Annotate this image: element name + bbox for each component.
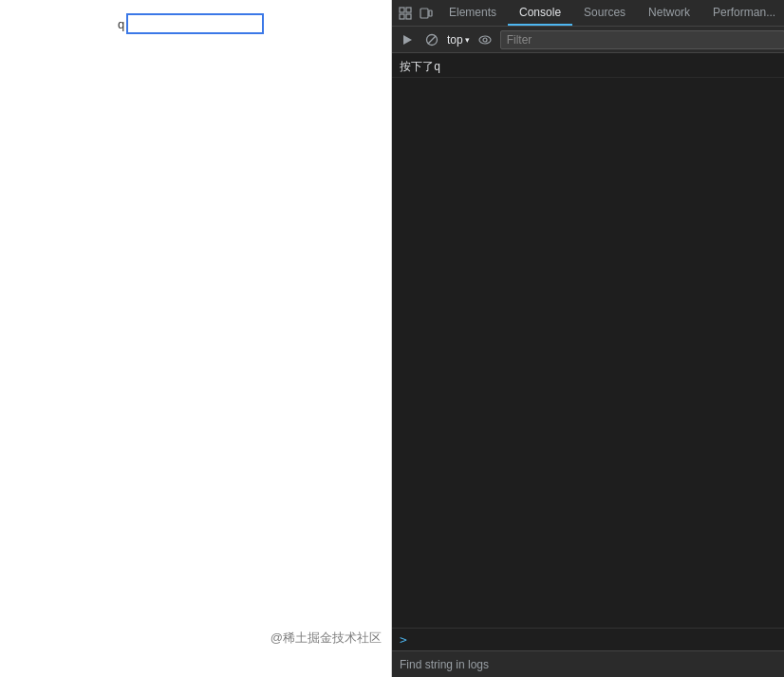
- tab-console[interactable]: Console: [508, 0, 572, 26]
- context-dropdown[interactable]: top ▾: [447, 33, 470, 47]
- filter-input[interactable]: [500, 30, 784, 49]
- tab-performance[interactable]: Performan...: [701, 0, 784, 26]
- svg-point-9: [479, 36, 491, 44]
- top-label: top: [447, 33, 463, 47]
- devtools-panel: Elements Console Sources Network Perform…: [392, 0, 784, 677]
- devtools-tabs: Elements Console Sources Network Perform…: [438, 0, 784, 26]
- find-bar: Find string in logs: [392, 650, 784, 677]
- svg-rect-1: [406, 8, 411, 12]
- input-wrapper: q: [118, 13, 264, 34]
- eye-icon[interactable]: [476, 30, 495, 49]
- web-page-panel: q @稀土掘金技术社区: [0, 0, 392, 677]
- chevron-down-icon: ▾: [465, 35, 470, 45]
- page-text-input[interactable]: [126, 13, 264, 34]
- input-label: q: [118, 17, 124, 31]
- svg-rect-4: [420, 9, 428, 18]
- console-output: 按下了q: [392, 53, 784, 628]
- svg-rect-5: [429, 10, 432, 16]
- tab-network[interactable]: Network: [637, 0, 701, 26]
- device-toggle-icon[interactable]: [417, 4, 436, 23]
- svg-marker-6: [403, 35, 412, 45]
- tab-elements[interactable]: Elements: [438, 0, 508, 26]
- tab-sources[interactable]: Sources: [572, 0, 637, 26]
- console-prompt-symbol: >: [400, 632, 407, 647]
- find-bar-text[interactable]: Find string in logs: [400, 658, 489, 671]
- watermark-text: @稀土掘金技术社区: [271, 630, 382, 647]
- console-log-entry: 按下了q: [392, 57, 784, 78]
- svg-point-10: [483, 38, 487, 42]
- log-text: 按下了q: [400, 59, 783, 75]
- svg-rect-3: [406, 14, 411, 19]
- svg-rect-2: [400, 14, 404, 19]
- svg-line-8: [428, 35, 436, 43]
- console-toolbar: top ▾: [392, 27, 784, 53]
- svg-rect-0: [400, 8, 404, 12]
- console-input-area[interactable]: >: [392, 628, 784, 650]
- run-button[interactable]: [398, 30, 417, 49]
- devtools-topbar: Elements Console Sources Network Perform…: [392, 0, 784, 27]
- inspect-icon[interactable]: [396, 4, 415, 23]
- clear-console-button[interactable]: [422, 30, 441, 49]
